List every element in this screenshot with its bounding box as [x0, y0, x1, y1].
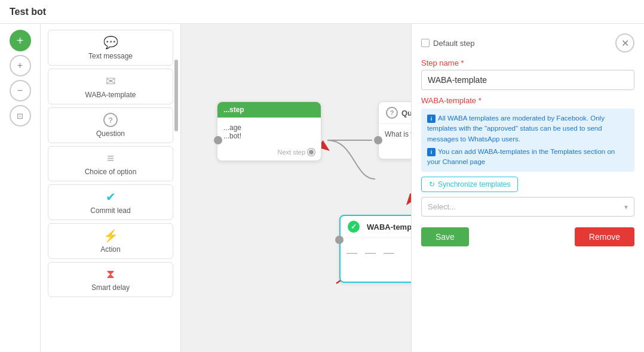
- remove-button[interactable]: Remove: [575, 227, 634, 246]
- question-node-header: ? Question: [379, 102, 411, 124]
- right-panel-header: Default step ✕: [421, 33, 634, 53]
- step-next-connector[interactable]: [308, 149, 315, 156]
- sync-icon: ↻: [429, 180, 435, 189]
- action-icon: ⚡: [103, 229, 118, 243]
- waba-canvas-header: ✓WABA-template: [341, 216, 411, 238]
- canvas[interactable]: ...step ...age ...bot! Next step ? Quest…: [181, 24, 411, 352]
- question-node-body: What is your name?: [379, 124, 411, 144]
- sidebar-item-question[interactable]: ? Question: [48, 107, 173, 143]
- question-node[interactable]: ? Question What is your name? Next step: [378, 101, 411, 159]
- sidebar-item-commit-lead[interactable]: ✔ Commit lead: [48, 184, 173, 220]
- waba-canvas-body: — — —: [341, 238, 411, 267]
- step-name-label: Step name *: [421, 58, 634, 67]
- step-node[interactable]: ...step ...age ...bot! Next step: [217, 101, 321, 161]
- info-icon-1: i: [427, 115, 436, 123]
- waba-template-section: WABA-template * iAll WABA templates are …: [421, 96, 634, 217]
- node-sidebar: 💬 Text message ✉ WABA-template ? Questio…: [41, 24, 181, 352]
- question-node-icon: ?: [386, 107, 398, 119]
- waba-whatsapp-icon: ✓: [348, 221, 360, 233]
- close-button[interactable]: ✕: [615, 33, 634, 53]
- waba-left-connector[interactable]: [335, 236, 344, 244]
- info-box: iAll WABA templates are moderated by Fac…: [421, 109, 634, 172]
- default-step-row: Default step: [421, 39, 474, 48]
- default-step-checkbox[interactable]: [421, 39, 430, 47]
- fit-button[interactable]: ⊡: [10, 105, 31, 126]
- smart-delay-icon: ⧗: [106, 267, 115, 281]
- question-left-connector[interactable]: [374, 136, 382, 144]
- sidebar-item-action[interactable]: ⚡ Action: [48, 223, 173, 259]
- sidebar-item-choice-of-option[interactable]: ≡ Choice of option: [48, 146, 173, 181]
- text-message-icon: 💬: [103, 35, 118, 50]
- save-button[interactable]: Save: [421, 227, 469, 246]
- waba-template-icon: ✉: [106, 74, 116, 88]
- commit-lead-icon: ✔: [106, 190, 116, 204]
- sidebar-item-waba-template[interactable]: ✉ WABA-template: [48, 69, 173, 104]
- waba-canvas-footer: Next step: [341, 267, 411, 282]
- sidebar-item-text-message[interactable]: 💬 Text message: [48, 30, 173, 66]
- waba-canvas-node[interactable]: ✓WABA-template — — — Next step: [339, 215, 411, 283]
- template-select[interactable]: Select... ▾: [421, 197, 634, 217]
- zoom-in-button[interactable]: +: [10, 55, 31, 76]
- step-node-header: ...step: [217, 102, 321, 118]
- left-toolbar: + + − ⊡: [0, 24, 41, 352]
- chevron-down-icon: ▾: [624, 203, 628, 211]
- right-panel: Default step ✕ Step name * WABA-template…: [411, 24, 644, 352]
- sidebar-scrollbar[interactable]: [174, 60, 178, 131]
- actions-row: Save Remove: [421, 227, 634, 246]
- sidebar-item-smart-delay[interactable]: ⧗ Smart delay: [48, 262, 173, 297]
- info-icon-2: i: [427, 148, 436, 156]
- step-node-footer: Next step: [217, 146, 321, 160]
- zoom-out-button[interactable]: −: [10, 80, 31, 101]
- step-name-section: Step name *: [421, 58, 634, 90]
- question-icon: ?: [103, 113, 118, 127]
- step-left-connector[interactable]: [214, 136, 222, 144]
- sync-templates-button[interactable]: ↻ Synchronize templates: [421, 177, 518, 192]
- question-node-footer: Next step: [379, 144, 411, 159]
- step-name-input[interactable]: [421, 70, 634, 90]
- add-button[interactable]: +: [10, 30, 31, 51]
- choice-icon: ≡: [107, 152, 114, 165]
- step-node-body: ...age ...bot!: [217, 118, 321, 146]
- app-title: Test bot: [10, 7, 46, 17]
- template-select-wrapper: Select... ▾: [421, 197, 634, 217]
- waba-template-label: WABA-template *: [421, 96, 634, 105]
